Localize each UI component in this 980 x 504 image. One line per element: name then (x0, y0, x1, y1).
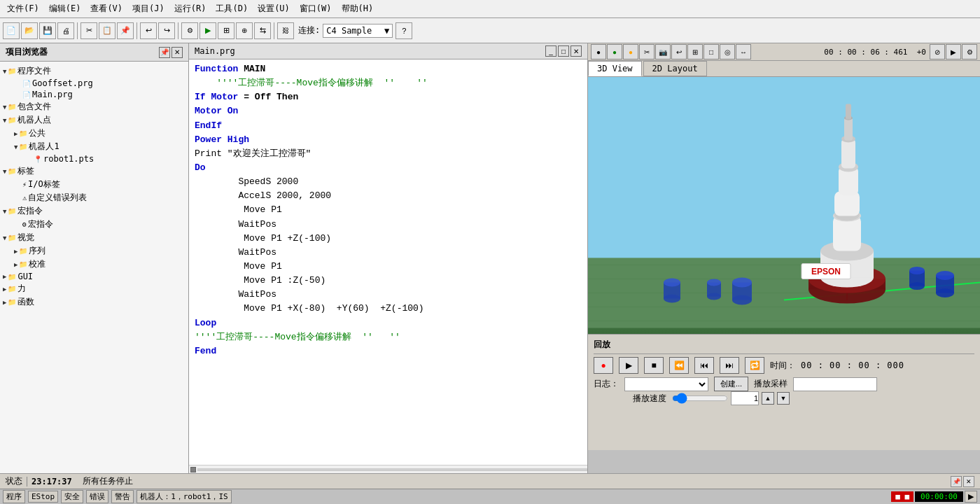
tab-3d-view[interactable]: 3D View (588, 61, 642, 76)
sidebar-item-labels[interactable]: ▼📁标签 (0, 164, 188, 178)
sidebar-item-errlabel[interactable]: ⚠自定义错误列表 (0, 191, 188, 204)
sidebar-item-iolabel[interactable]: ⚡I/O标签 (0, 178, 188, 191)
sidebar-item-macros[interactable]: ▼📁宏指令 (0, 204, 188, 218)
menu-file[interactable]: 文件(F) (3, 1, 43, 16)
open-button[interactable]: 📂 (21, 22, 38, 39)
sidebar-title: 项目浏览器 (6, 46, 48, 58)
connect-icon[interactable]: ⛓ (277, 22, 294, 39)
prev-frame-button[interactable]: ⏮ (694, 357, 714, 374)
undo-button[interactable]: ↩ (140, 22, 157, 39)
sidebar-item-robot1[interactable]: ▼📁机器人1 (0, 140, 188, 153)
speed-row: 播放速度 ▲ ▼ (594, 391, 974, 405)
sidebar-item-main[interactable]: 📄Main.prg (0, 89, 188, 100)
sidebar-item-include[interactable]: ▼📁包含文件 (0, 100, 188, 113)
redo-button[interactable]: ↪ (158, 22, 175, 39)
io-button[interactable]: ⇆ (254, 22, 271, 39)
view-tabs: 3D View 2D Layout (588, 61, 980, 77)
next-frame-button[interactable]: ⏭ (720, 357, 739, 374)
rewind-button[interactable]: ⏪ (669, 357, 689, 374)
tree-expand-icon: ▼ (3, 208, 6, 215)
menu-tools[interactable]: 工具(D) (211, 1, 252, 16)
sidebar-item-programs[interactable]: ▼📁程序文件 (0, 64, 188, 78)
sidebar-close-button[interactable]: ✕ (172, 47, 183, 58)
rb-settings-icon[interactable]: ⚙ (962, 44, 977, 59)
sidebar-item-func[interactable]: ▶📁函数 (0, 295, 188, 309)
editor-minimize-button[interactable]: _ (545, 46, 556, 57)
sidebar-item-gui[interactable]: ▶📁GUI (0, 271, 188, 282)
rb-stop-icon[interactable]: ⊘ (930, 44, 945, 59)
speed-slider[interactable] (672, 393, 728, 404)
statusbar-close-button[interactable]: ✕ (963, 476, 974, 487)
sidebar-item-macro1[interactable]: ⚙宏指令 (0, 218, 188, 231)
build-button[interactable]: ⚙ (181, 22, 198, 39)
statusbar-pin-button[interactable]: 📌 (951, 476, 962, 487)
print-button[interactable]: 🖨 (57, 22, 74, 39)
rb-icon-5[interactable]: 📷 (655, 44, 671, 59)
sidebar-item-force[interactable]: ▶📁力 (0, 282, 188, 295)
editor-pane: Main.prg _ □ ✕ Function MAIN ''''工控滞哥---… (189, 43, 588, 473)
stop-button[interactable]: ■ (644, 357, 664, 374)
speed-slider-area: ▲ ▼ (672, 391, 790, 405)
rb-icon-9[interactable]: ◎ (720, 44, 735, 59)
speed-input[interactable] (731, 391, 759, 405)
svg-point-14 (707, 279, 721, 286)
editor-close-button[interactable]: ✕ (570, 46, 582, 57)
speed-down-button[interactable]: ▼ (777, 392, 790, 405)
sample-input[interactable] (793, 377, 877, 391)
connection-label: 连接: (298, 24, 320, 36)
sidebar-item-public[interactable]: ▶📁公共 (0, 127, 188, 140)
copy-button[interactable]: 📋 (99, 22, 115, 39)
rb-icon-7[interactable]: ⊞ (687, 44, 703, 59)
cut-button[interactable]: ✂ (80, 22, 97, 39)
sidebar-item-vision[interactable]: ▼📁视觉 (0, 231, 188, 244)
grid-button[interactable]: ⊞ (218, 22, 234, 39)
sidebar-item-gooffset[interactable]: 📄Gooffset.prg (0, 78, 188, 89)
tree-label: Main.prg (32, 90, 73, 99)
menu-project[interactable]: 项目(J) (128, 1, 169, 16)
paste-button[interactable]: 📌 (117, 22, 134, 39)
tree-file-icon: 📁 (8, 116, 16, 124)
save-button[interactable]: 💾 (39, 22, 56, 39)
bottom-play-button[interactable]: ▶ (965, 491, 977, 503)
connection-select[interactable]: C4 Sample ▼ (323, 24, 393, 38)
code-line: WaitPos (195, 218, 582, 232)
rb-icon-3[interactable]: ● (623, 44, 638, 59)
tree-file-icon: ⚠ (22, 194, 27, 202)
menu-run[interactable]: 运行(R) (170, 1, 211, 16)
editor-maximize-button[interactable]: □ (558, 46, 569, 57)
sidebar-item-calib[interactable]: ▶📁校准 (0, 258, 188, 271)
rb-icon-10[interactable]: ↔ (736, 44, 751, 59)
new-button[interactable]: 📄 (3, 22, 20, 39)
sidebar-item-seq[interactable]: ▶📁序列 (0, 244, 188, 258)
loop-button[interactable]: 🔁 (745, 357, 764, 374)
menu-window[interactable]: 窗口(W) (295, 1, 336, 16)
rb-play-icon[interactable]: ▶ (946, 44, 961, 59)
rb-icon-1[interactable]: ● (591, 44, 606, 59)
play-button[interactable]: ▶ (619, 357, 638, 374)
rb-icon-2[interactable]: ● (607, 44, 622, 59)
menu-help[interactable]: 帮助(H) (337, 1, 378, 16)
menu-settings[interactable]: 设置(U) (253, 1, 294, 16)
sidebar-item-robots[interactable]: ▼📁机器人点 (0, 113, 188, 127)
speed-up-button[interactable]: ▲ (762, 392, 774, 405)
tree-label: 序列 (29, 245, 46, 257)
menu-edit[interactable]: 编辑(E) (45, 1, 85, 16)
menu-view[interactable]: 查看(V) (86, 1, 127, 16)
create-button[interactable]: 创建... (714, 377, 748, 391)
record-button[interactable]: ● (594, 357, 613, 374)
run-button[interactable]: ▶ (200, 22, 216, 39)
rb-icon-4[interactable]: ✂ (639, 44, 654, 59)
rb-icon-8[interactable]: □ (704, 44, 719, 59)
sidebar-item-robot1pts[interactable]: 📍robot1.pts (0, 153, 188, 164)
sidebar-pin-button[interactable]: 📌 (159, 47, 170, 58)
tree-expand-icon: ▶ (3, 273, 6, 280)
log-select[interactable] (624, 377, 708, 391)
bottom-error: 错误 (86, 490, 108, 503)
points-button[interactable]: ⊕ (236, 22, 253, 39)
tab-2d-layout[interactable]: 2D Layout (643, 61, 707, 76)
editor-scrollbar-h[interactable] (189, 465, 587, 473)
time-display: 00 : 00 : 06 : 461 (824, 48, 907, 57)
rb-icon-6[interactable]: ↩ (671, 44, 687, 59)
help-button[interactable]: ? (396, 22, 412, 39)
editor-content[interactable]: Function MAIN ''''工控滞哥----Move指令偏移讲解 '' … (189, 59, 587, 465)
